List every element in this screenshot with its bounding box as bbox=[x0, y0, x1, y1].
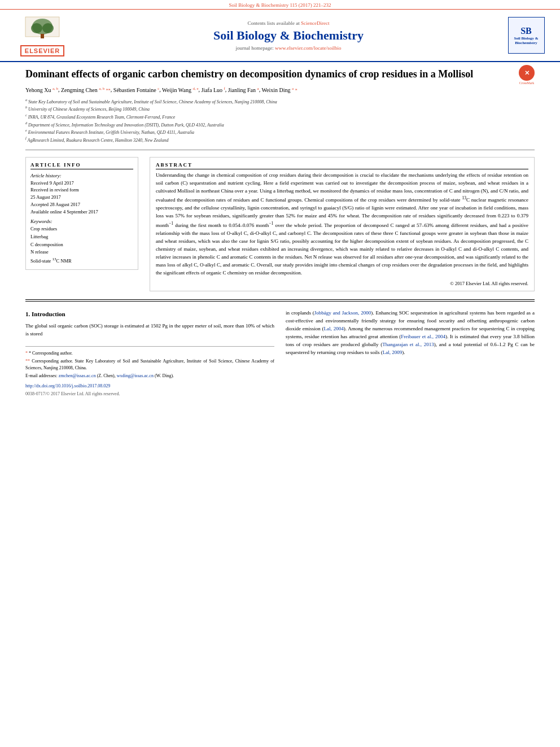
doi-link[interactable]: http://dx.doi.org/10.1016/j.soilbio.2017… bbox=[25, 383, 274, 390]
crossmark-label: CrossMark bbox=[519, 81, 535, 85]
journal-title: Soil Biology & Biochemistry bbox=[73, 28, 504, 43]
body-content: 1. Introduction The global soil organic … bbox=[25, 309, 535, 398]
crossmark-badge: ✕ CrossMark bbox=[519, 65, 535, 85]
keyword-2: Litterbag bbox=[30, 233, 133, 241]
affil-a: a State Key Laboratory of Soil and Susta… bbox=[25, 98, 519, 106]
author-fontaine: Sébastien Fontaine c bbox=[113, 87, 159, 93]
history-online: Available online 4 September 2017 bbox=[30, 208, 133, 216]
history-received: Received 9 April 2017 bbox=[30, 180, 133, 187]
copyright-line: © 2017 Elsevier Ltd. All rights reserved… bbox=[156, 281, 528, 286]
body-col-left: 1. Introduction The global soil organic … bbox=[25, 309, 274, 398]
keywords-section: Keywords: Crop residues Litterbag C deco… bbox=[30, 219, 133, 265]
svg-rect-4 bbox=[41, 34, 44, 38]
journal-badge: SB Soil Biology &Biochemistry bbox=[508, 17, 545, 54]
footnote-email: E-mail addresses: zmchen@issas.ac.cn (Z.… bbox=[25, 373, 274, 379]
author-luo: Jiafa Luo f bbox=[202, 87, 225, 93]
body-col-right: in croplands (Jobbágy and Jackson, 2000)… bbox=[286, 309, 535, 398]
article-info-column: ARTICLE INFO Article history: Received 9… bbox=[25, 157, 138, 291]
history-title: Article history: bbox=[30, 173, 133, 178]
intro-paragraph-2: in croplands (Jobbágy and Jackson, 2000)… bbox=[286, 309, 535, 357]
author-chen: Zengming Chen a, b ** bbox=[61, 87, 111, 93]
email-zmchen[interactable]: zmchen@issas.ac.cn bbox=[59, 373, 96, 378]
abstract-box: ABSTRACT Understanding the change in che… bbox=[150, 157, 535, 291]
journal-citation-bar: Soil Biology & Biochemistry 115 (2017) 2… bbox=[0, 0, 560, 10]
email-wxding[interactable]: wxding@issas.ac.cn bbox=[117, 373, 154, 378]
svg-text:✕: ✕ bbox=[524, 69, 530, 76]
history-revised-date: 25 August 2017 bbox=[30, 194, 133, 201]
affil-c: c INRA, UR 874, Grassland Ecosystem Rese… bbox=[25, 113, 519, 121]
keyword-3: C decomposition bbox=[30, 241, 133, 249]
crossmark-icon: ✕ bbox=[519, 65, 535, 81]
issn-line: 0038-0717/© 2017 Elsevier Ltd. All right… bbox=[25, 391, 274, 397]
journal-citation: Soil Biology & Biochemistry 115 (2017) 2… bbox=[229, 2, 331, 8]
abstract-label: ABSTRACT bbox=[156, 162, 528, 169]
badge-sb: SB bbox=[520, 26, 532, 36]
ref-jobbagy[interactable]: Jobbágy and Jackson, 2000 bbox=[314, 310, 371, 316]
intro-paragraph-1: The global soil organic carbon (SOC) sto… bbox=[25, 322, 274, 338]
keyword-1: Crop residues bbox=[30, 225, 133, 233]
elsevier-logo-text: ELSEVIER bbox=[20, 45, 64, 56]
footnotes: * * Corresponding author. ** Correspondi… bbox=[25, 346, 274, 379]
abstract-column: ABSTRACT Understanding the change in che… bbox=[150, 157, 535, 291]
journal-badge-area: SB Soil Biology &Biochemistry bbox=[504, 17, 549, 54]
history-revised-label: Received in revised form bbox=[30, 186, 133, 194]
author-wang: Weijin Wang d, e bbox=[162, 87, 198, 93]
info-abstract-section: ARTICLE INFO Article history: Received 9… bbox=[25, 157, 535, 291]
ref-lal2004[interactable]: Lal, 2004 bbox=[324, 326, 344, 331]
author-ding: Weixin Ding a * bbox=[261, 87, 297, 93]
article-history: Article history: Received 9 April 2017 R… bbox=[30, 173, 133, 216]
svg-point-2 bbox=[31, 23, 42, 33]
svg-point-3 bbox=[42, 23, 54, 33]
article-title-section: Dominant effects of organic carbon chemi… bbox=[25, 68, 535, 150]
journal-homepage: journal homepage: www.elsevier.com/locat… bbox=[73, 45, 504, 51]
journal-header: ELSEVIER Contents lists available at Sci… bbox=[0, 10, 560, 62]
journal-homepage-link[interactable]: www.elsevier.com/locate/soilbio bbox=[275, 45, 341, 51]
ref-lal2009[interactable]: Lal, 2009 bbox=[383, 350, 403, 355]
article-info-label: ARTICLE INFO bbox=[30, 162, 133, 169]
elsevier-tree-icon bbox=[23, 14, 62, 45]
affil-e: e Environmental Futures Research Institu… bbox=[25, 128, 519, 136]
article-info-box: ARTICLE INFO Article history: Received 9… bbox=[25, 157, 138, 270]
keyword-4: N release bbox=[30, 248, 133, 256]
sciencedirect-link[interactable]: ScienceDirect bbox=[301, 20, 329, 26]
intro-heading: 1. Introduction bbox=[25, 309, 274, 319]
badge-title: Soil Biology &Biochemistry bbox=[514, 36, 538, 45]
affil-f: f AgResearch Limited, Ruakura Research C… bbox=[25, 136, 519, 144]
footnote-star: * * Corresponding author. bbox=[25, 350, 274, 357]
history-accepted: Accepted 28 August 2017 bbox=[30, 201, 133, 208]
authors-line: Yehong Xu a, b, Zengming Chen a, b **, S… bbox=[25, 85, 519, 94]
article-container: Dominant effects of organic carbon chemi… bbox=[0, 62, 560, 409]
author-fan: Jianling Fan a bbox=[228, 87, 259, 93]
ref-thangarajan[interactable]: Thangarajan et al., 2013 bbox=[382, 342, 434, 347]
keywords-title: Keywords: bbox=[30, 219, 133, 224]
affil-d: d Department of Science, Information Tec… bbox=[25, 121, 519, 129]
abstract-text: Understanding the change in chemical com… bbox=[156, 172, 528, 277]
article-title: Dominant effects of organic carbon chemi… bbox=[25, 68, 519, 81]
ref-freibauer[interactable]: Freibauer et al., 2004 bbox=[401, 334, 445, 339]
journal-header-center: Contents lists available at ScienceDirec… bbox=[73, 20, 504, 51]
footnote-double-star: ** Corresponding author. State Key Labor… bbox=[25, 358, 274, 372]
keywords-list: Crop residues Litterbag C decomposition … bbox=[30, 225, 133, 265]
contents-available-text: Contents lists available at ScienceDirec… bbox=[73, 20, 504, 26]
author-xu: Yehong Xu a, b bbox=[25, 87, 58, 93]
affil-b: b University of Chinese Academy of Scien… bbox=[25, 105, 519, 113]
body-section-divider bbox=[25, 299, 535, 302]
keyword-5: Solid-state 13C NMR bbox=[30, 256, 133, 265]
elsevier-branding: ELSEVIER bbox=[11, 14, 73, 56]
affiliations: a State Key Laboratory of Soil and Susta… bbox=[25, 98, 519, 144]
